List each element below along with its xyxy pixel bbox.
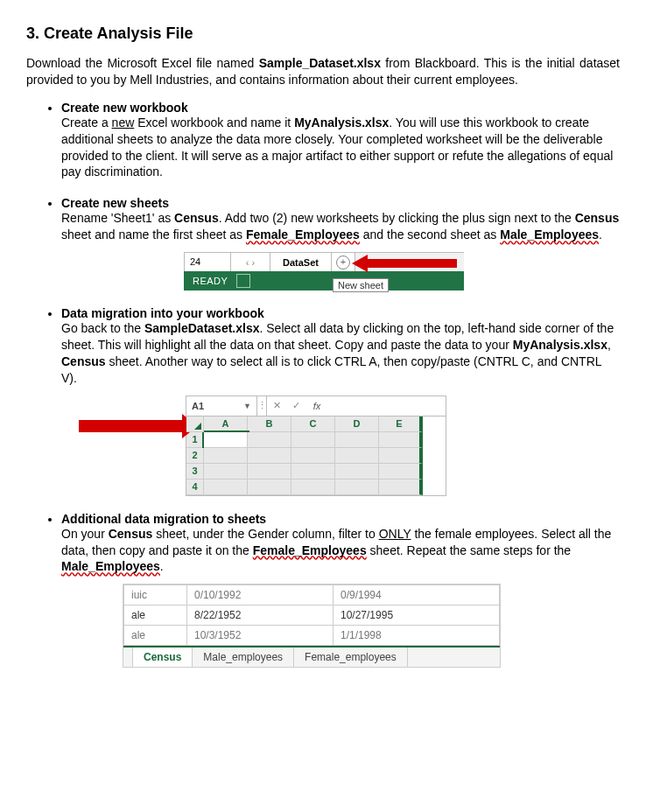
step-body: Create a new Excel workbook and name it … [61,116,613,179]
step-title: Create new sheets [61,196,620,210]
new-sheet-button[interactable]: + [332,252,355,271]
separator: ⋮ [257,396,267,416]
table-row: iuic 0/10/1992 0/9/1994 [124,585,500,606]
sheet-name-male: Male_Employees [500,228,599,242]
tab-spacer [123,648,133,667]
table-row: ale 10/3/1952 1/1/1998 [124,626,500,646]
page-title: 3. Create Analysis File [26,24,620,43]
step-create-sheets: Create new sheets Rename 'Sheet1' as Cen… [61,196,620,290]
col-header[interactable]: C [291,416,335,432]
sheet-name-female: Female_Employees [246,228,360,242]
sheet-tab-female[interactable]: Female_employees [294,648,408,667]
col-header[interactable]: A [204,416,248,432]
row-header[interactable]: 4 [186,480,204,495]
sheet-tab-dataset[interactable]: DataSet [270,252,332,271]
worksheet-grid[interactable]: A B C D E 1 2 3 [186,416,446,495]
cell[interactable] [248,480,291,495]
step-title: Create new workbook [61,101,620,115]
cell[interactable] [379,464,423,480]
intro-paragraph: Download the Microsoft Excel file named … [26,55,620,88]
figure-select-all: A1 ▼ ⋮ ✕ ✓ fx A B C D [79,396,446,496]
sheet-name: Census [61,354,106,368]
step-body: On your Census sheet, under the Gender c… [61,527,611,574]
cell[interactable] [248,448,291,464]
file-name: MyAnalysis.xlsx [294,116,389,130]
row-header[interactable]: 2 [186,448,204,464]
plus-icon: + [336,256,350,270]
col-header[interactable]: B [248,416,291,432]
step-create-workbook: Create new workbook Create a new Excel w… [61,101,620,181]
cell-a1[interactable] [204,432,248,448]
sheet-name-male: Male_Employees [61,559,160,573]
cell[interactable] [335,432,379,448]
dropdown-icon: ▼ [243,402,251,410]
formula-bar[interactable] [328,396,446,416]
cell[interactable] [291,480,335,495]
step-title: Data migration into your workbook [61,306,620,320]
tooltip-new-sheet: New sheet [333,278,389,292]
cell[interactable] [248,464,291,480]
col-header[interactable]: D [335,416,379,432]
text: Download the Microsoft Excel file named [26,56,259,70]
table-row: ale 8/22/1952 10/27/1995 [124,606,500,626]
step-title: Additional data migration to sheets [61,512,620,526]
tab-strip-empty [408,648,500,667]
cell[interactable] [204,448,248,464]
sheet-tab-male[interactable]: Male_employees [193,648,294,667]
cell[interactable] [379,432,423,448]
sheet-nav[interactable]: ‹ › [231,252,270,271]
figure-sheet-tabs-multiple: iuic 0/10/1992 0/9/1994 ale 8/22/1952 10… [123,584,501,668]
step-data-migration: Data migration into your workbook Go bac… [61,306,620,496]
file-name: Sample_Dataset.xlsx [259,56,381,70]
status-ready: READY [193,276,228,286]
step-body: Rename 'Sheet1' as Census. Add two (2) n… [61,211,619,242]
status-bar: READY [184,271,464,290]
cell[interactable] [291,464,335,480]
cell[interactable] [291,448,335,464]
cell[interactable] [335,464,379,480]
row-header[interactable]: 3 [186,464,204,480]
enter-icon[interactable]: ✓ [286,396,305,416]
fx-icon[interactable]: fx [305,396,328,416]
figure-sheet-tabs: 24 ‹ › DataSet + READY New sheet [184,252,464,290]
step-body: Go back to the SampleDataset.xlsx. Selec… [61,321,614,385]
sheet-tab-census[interactable]: Census [133,648,193,667]
file-name: SampleDataset.xlsx [144,321,260,335]
cell[interactable] [379,448,423,464]
row-count-cell: 24 [184,252,231,271]
select-all-corner[interactable] [186,416,204,432]
cell[interactable] [291,432,335,448]
cell[interactable] [204,464,248,480]
cell[interactable] [248,432,291,448]
sheet-name-female: Female_Employees [253,543,367,557]
name-box[interactable]: A1 ▼ [186,396,257,416]
cell[interactable] [335,480,379,495]
step-additional-migration: Additional data migration to sheets On y… [61,512,620,668]
tab-strip-empty [355,252,464,271]
file-name: MyAnalysis.xlsx [513,338,607,352]
cancel-icon[interactable]: ✕ [267,396,286,416]
col-header[interactable]: E [379,416,423,432]
callout-arrow-icon [79,416,198,436]
macro-icon [236,274,250,288]
cell[interactable] [204,480,248,495]
cell[interactable] [335,448,379,464]
cell[interactable] [379,480,423,495]
